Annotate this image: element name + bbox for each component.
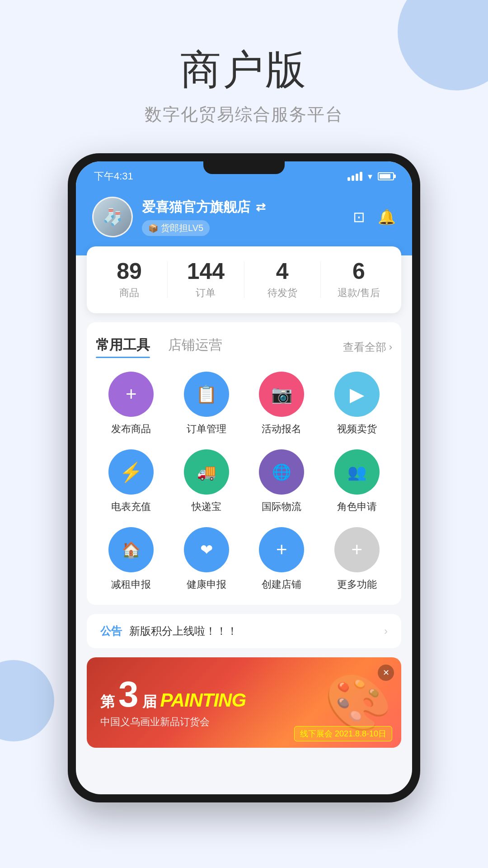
tool-health[interactable]: ❤ 健康申报 — [171, 527, 242, 591]
app-header: 爱喜猫官方旗舰店 ⇄ 📦 货郎担LV5 ⊡ 🔔 — [76, 188, 412, 255]
announcement-arrow: › — [384, 625, 388, 637]
notification-button[interactable]: 🔔 — [378, 208, 396, 226]
banner-line2: 届 — [142, 692, 157, 712]
badge-text: 货郎担LV5 — [161, 222, 203, 234]
announcement-text: 新版积分上线啦！！！ — [129, 624, 377, 638]
tool-logistics[interactable]: 🌐 国际物流 — [246, 449, 317, 514]
switch-store-icon[interactable]: ⇄ — [256, 200, 266, 214]
tool-express-label: 快递宝 — [192, 500, 221, 514]
tool-express-icon: 🚚 — [184, 449, 229, 495]
tool-health-label: 健康申报 — [187, 578, 226, 591]
banner-sub: 中国义乌画业新品订货会 — [100, 715, 246, 729]
tool-more-label: 更多功能 — [337, 578, 377, 591]
avatar-image — [94, 198, 131, 236]
stat-products-label: 商品 — [91, 286, 167, 300]
tool-create-store-label: 创建店铺 — [262, 578, 301, 591]
wifi-icon: ▾ — [368, 171, 372, 182]
page-title: 商户版 — [0, 45, 488, 94]
tool-express[interactable]: 🚚 快递宝 — [171, 449, 242, 514]
page-subtitle: 数字化贸易综合服务平台 — [0, 103, 488, 126]
banner-detail: 线下展会 2021.8.8-10日 — [294, 726, 392, 741]
chevron-right-icon: › — [389, 341, 392, 353]
stat-pending-label: 待发货 — [244, 286, 320, 300]
tool-role-label: 角色申请 — [337, 500, 377, 514]
avatar[interactable] — [92, 197, 133, 237]
status-icons: ▾ — [347, 171, 394, 182]
tool-video[interactable]: ▶ 视频卖货 — [322, 372, 393, 436]
tool-publish-icon: + — [108, 372, 154, 417]
tool-electric-icon: ⚡ — [108, 449, 154, 495]
store-badge: 📦 货郎担LV5 — [142, 220, 210, 236]
tool-create-store-icon: + — [259, 527, 304, 572]
tool-electric[interactable]: ⚡ 电表充值 — [96, 449, 167, 514]
status-time: 下午4:31 — [94, 170, 133, 183]
stat-refund-value: 6 — [321, 260, 397, 283]
user-info: 爱喜猫官方旗舰店 ⇄ 📦 货郎担LV5 — [92, 197, 266, 237]
tool-orders-icon: 📋 — [184, 372, 229, 417]
banner-number: 3 — [118, 676, 139, 712]
view-all-button[interactable]: 查看全部 › — [343, 340, 392, 354]
stat-products-value: 89 — [91, 260, 167, 283]
tool-orders[interactable]: 📋 订单管理 — [171, 372, 242, 436]
tool-events[interactable]: 📷 活动报名 — [246, 372, 317, 436]
tool-publish-label: 发布商品 — [111, 422, 151, 436]
store-name-text: 爱喜猫官方旗舰店 — [142, 198, 250, 217]
tool-rent-label: 减租申报 — [111, 578, 151, 591]
tool-role-icon: 👥 — [334, 449, 380, 495]
scan-button[interactable]: ⊡ — [353, 208, 365, 226]
tool-orders-label: 订单管理 — [187, 422, 226, 436]
phone-screen: 下午4:31 ▾ — [76, 161, 412, 794]
tool-rent[interactable]: 🏠 减租申报 — [96, 527, 167, 591]
tab-common-tools[interactable]: 常用工具 — [96, 336, 150, 358]
tools-grid: + 发布商品 📋 订单管理 📷 活动报名 ▶ 视频卖货 — [96, 372, 392, 591]
header-actions: ⊡ 🔔 — [353, 208, 396, 226]
tools-tabs: 常用工具 店铺运营 查看全部 › — [96, 336, 392, 358]
banner-line1: 第 — [100, 692, 115, 712]
battery-icon — [378, 172, 394, 180]
stat-refund[interactable]: 6 退款/售后 — [321, 260, 397, 300]
tool-more[interactable]: + 更多功能 — [322, 527, 393, 591]
view-all-text: 查看全部 — [343, 340, 386, 354]
stat-pending[interactable]: 4 待发货 — [244, 260, 320, 300]
page-header: 商户版 数字化贸易综合服务平台 — [0, 0, 488, 153]
badge-icon: 📦 — [148, 223, 158, 233]
tool-create-store[interactable]: + 创建店铺 — [246, 527, 317, 591]
tool-logistics-icon: 🌐 — [259, 449, 304, 495]
stat-products[interactable]: 89 商品 — [91, 260, 167, 300]
tool-electric-label: 电表充值 — [111, 500, 151, 514]
banner[interactable]: 第 3 届 PAINTING 中国义乌画业新品订货会 ✕ 线下展会 2021.8… — [87, 657, 401, 748]
tool-video-icon: ▶ — [334, 372, 380, 417]
tool-publish[interactable]: + 发布商品 — [96, 372, 167, 436]
phone-container: 下午4:31 ▾ — [0, 153, 488, 802]
tool-logistics-label: 国际物流 — [262, 500, 301, 514]
signal-icon — [347, 172, 362, 181]
tool-rent-icon: 🏠 — [108, 527, 154, 572]
banner-close-button[interactable]: ✕ — [378, 665, 394, 681]
store-name-row: 爱喜猫官方旗舰店 ⇄ — [142, 198, 266, 217]
stat-refund-label: 退款/售后 — [321, 286, 397, 300]
phone-frame: 下午4:31 ▾ — [68, 153, 420, 802]
stat-orders-value: 144 — [168, 260, 244, 283]
phone-notch — [203, 161, 285, 174]
tool-role[interactable]: 👥 角色申请 — [322, 449, 393, 514]
tab-store-ops[interactable]: 店铺运营 — [168, 336, 222, 358]
banner-painting: PAINTING — [160, 689, 246, 711]
tool-more-icon: + — [334, 527, 380, 572]
stat-orders-label: 订单 — [168, 286, 244, 300]
tool-health-icon: ❤ — [184, 527, 229, 572]
banner-content: 第 3 届 PAINTING 中国义乌画业新品订货会 — [100, 676, 246, 729]
stats-card: 89 商品 144 订单 4 待发货 6 退款/售后 — [87, 246, 401, 313]
tool-events-label: 活动报名 — [262, 422, 301, 436]
announcement[interactable]: 公告 新版积分上线啦！！！ › — [87, 614, 401, 648]
tools-section: 常用工具 店铺运营 查看全部 › + 发布商品 📋 订单管理 — [87, 322, 401, 605]
store-details: 爱喜猫官方旗舰店 ⇄ 📦 货郎担LV5 — [142, 198, 266, 236]
stat-orders[interactable]: 144 订单 — [168, 260, 244, 300]
tool-events-icon: 📷 — [259, 372, 304, 417]
user-row: 爱喜猫官方旗舰店 ⇄ 📦 货郎担LV5 ⊡ 🔔 — [92, 197, 396, 237]
stat-pending-value: 4 — [244, 260, 320, 283]
announcement-tag: 公告 — [100, 624, 122, 638]
tool-video-label: 视频卖货 — [337, 422, 377, 436]
banner-title-row: 第 3 届 PAINTING — [100, 676, 246, 712]
